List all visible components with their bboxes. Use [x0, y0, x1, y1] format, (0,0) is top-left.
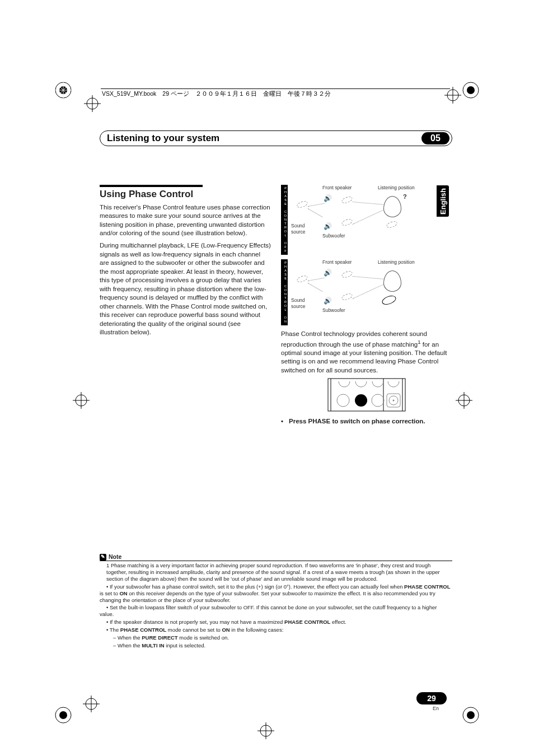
file-header: VSX_519V_MY.book 29 ページ ２００９年１月１６日 金曜日 午… — [102, 90, 331, 98]
footnote-text: • If your subwoofer has a phase control … — [100, 584, 452, 604]
question-mark: ? — [403, 193, 407, 201]
chapter-bar: Listening to your system 05 — [100, 130, 452, 146]
note-heading: ✎ Note — [100, 553, 452, 561]
footnotes: ✎ Note 1 Phase matching is a very import… — [100, 553, 452, 650]
guitar-icon — [341, 195, 353, 204]
crosshair-icon — [456, 392, 472, 409]
guitar-icon — [381, 294, 397, 306]
footnote-text: • If the speaker distance is not properl… — [100, 619, 452, 626]
svg-point-5 — [59, 711, 67, 719]
front-speaker-label: Front speaker — [322, 185, 352, 191]
guitar-icon — [296, 274, 308, 283]
body-paragraph: Phase Control technology provides cohere… — [281, 330, 452, 375]
crosshair-icon — [83, 696, 100, 712]
section-heading: Using Phase Control — [100, 185, 203, 201]
footnote-text: • The PHASE CONTROL mode cannot be set t… — [100, 627, 452, 633]
svg-point-35 — [393, 400, 395, 402]
listening-position-label: Listening position — [378, 259, 415, 265]
svg-point-7 — [467, 711, 475, 719]
subwoofer-label: Subwoofer — [322, 307, 345, 314]
signal-path-line — [353, 284, 383, 299]
signal-path-line — [353, 210, 383, 225]
crosshair-icon — [444, 87, 461, 104]
sound-source-label: Sound source — [291, 297, 313, 310]
guitar-icon — [341, 270, 353, 279]
speaker-icon: 🔊 — [324, 296, 332, 305]
remote-control-figure — [327, 378, 406, 412]
guitar-icon — [341, 218, 353, 227]
bullet-icon: • — [281, 417, 283, 426]
guitar-icon — [386, 220, 398, 229]
speaker-icon: 🔊 — [324, 268, 332, 277]
svg-point-30 — [337, 394, 349, 407]
signal-path-line — [308, 208, 322, 217]
speaker-icon: 🔊 — [324, 222, 332, 231]
ear-icon — [383, 270, 401, 292]
guitar-icon — [296, 200, 308, 209]
body-paragraph: This receiver's Phase Control feature us… — [100, 203, 271, 238]
page-number: 29 — [416, 692, 447, 704]
crosshair-icon — [257, 722, 274, 739]
signal-path-line — [353, 202, 383, 205]
svg-point-3 — [467, 86, 475, 94]
signal-path-line — [308, 203, 325, 207]
signal-path-line — [353, 276, 383, 279]
crop-mark-icon — [54, 81, 73, 100]
crop-mark-icon — [461, 706, 480, 725]
page-language-code: En — [433, 706, 439, 711]
phase-on-diagram: PHASE CONTROL ON Front speaker Listening… — [281, 259, 452, 325]
phase-off-diagram: PHASE CONTROL OFF Front speaker Listenin… — [281, 185, 452, 255]
crosshair-icon — [73, 392, 90, 409]
chapter-number: 05 — [421, 132, 449, 144]
note-icon: ✎ — [100, 554, 106, 561]
crop-mark-icon — [461, 81, 480, 100]
left-column: Using Phase Control This receiver's Phas… — [100, 185, 271, 426]
body-paragraph: During multichannel playback, LFE (Low-F… — [100, 241, 271, 337]
note-rule — [100, 561, 452, 561]
speaker-icon: 🔊 — [324, 194, 332, 203]
instruction-bullet: • Press PHASE to switch on phase correct… — [281, 417, 452, 426]
signal-path-line — [308, 278, 325, 281]
footnote-text: • Set the built-in lowpass filter switch… — [100, 604, 452, 618]
header-rule — [101, 88, 450, 89]
footnote-text: – When the MULTI IN input is selected. — [100, 642, 452, 649]
svg-point-32 — [372, 394, 384, 407]
front-speaker-label: Front speaker — [322, 259, 352, 265]
guitar-icon — [341, 292, 353, 301]
phase-off-label: PHASE CONTROL OFF — [281, 185, 288, 255]
sound-source-label: Sound source — [291, 223, 313, 236]
footnote-text: – When the PURE DIRECT mode is switched … — [100, 634, 452, 641]
chapter-title: Listening to your system — [107, 133, 421, 144]
phase-on-label: PHASE CONTROL ON — [281, 259, 288, 325]
crop-mark-icon — [54, 706, 73, 725]
subwoofer-label: Subwoofer — [322, 233, 345, 239]
svg-rect-26 — [328, 379, 405, 411]
listening-position-label: Listening position — [378, 185, 415, 191]
right-column: PHASE CONTROL OFF Front speaker Listenin… — [281, 185, 452, 426]
svg-point-31 — [355, 394, 367, 407]
ear-icon — [383, 196, 401, 217]
signal-path-line — [308, 283, 322, 292]
footnote-text: 1 Phase matching is a very important fac… — [100, 562, 452, 582]
crosshair-icon — [84, 95, 101, 112]
